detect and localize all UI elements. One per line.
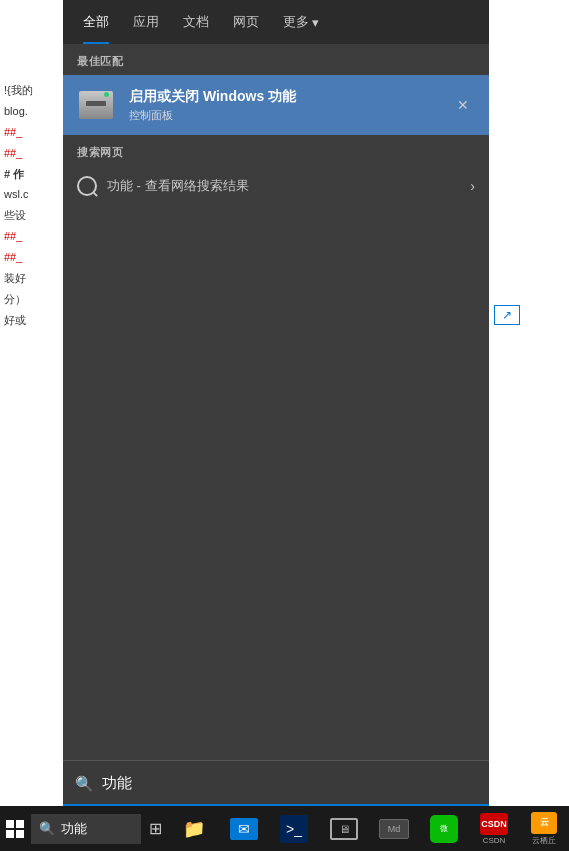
disk-light [104,92,109,97]
markdown-icon: Md [379,819,409,839]
chevron-down-icon: ▾ [312,15,319,30]
search-input-text[interactable]: 功能 [102,774,132,793]
best-match-item[interactable]: 启用或关闭 Windows 功能 控制面板 ✕ [63,75,489,135]
taskbar-app-explorer[interactable]: 📁 [169,806,219,851]
tab-web[interactable]: 网页 [221,0,271,44]
csdn-container: CSDN CSDN [480,813,508,845]
taskbar: 🔍 功能 ⊞ 📁 ✉ >_ 🖥 Md [0,806,569,851]
search-web-text: 功能 - 查看网络搜索结果 [107,177,470,195]
taskbar-app-wechat[interactable]: 微 [419,806,469,851]
taskbar-app-markdown[interactable]: Md [369,806,419,851]
search-circle-icon [77,176,97,196]
tab-docs[interactable]: 文档 [171,0,221,44]
search-tabs-bar: 全部 应用 文档 网页 更多 ▾ [63,0,489,44]
best-match-label: 最佳匹配 [63,44,489,75]
windows-features-icon [77,85,117,125]
chevron-right-icon: › [470,178,475,194]
left-article-text: !{我的 blog. ##_ ##_ # 作 wsl.c 些设 ##_ ##_ … [0,0,63,331]
right-article-peek [489,0,569,762]
remote-desktop-icon: 🖥 [330,818,358,840]
disk-icon [79,87,115,123]
external-link-icon[interactable] [494,305,520,325]
taskbar-apps: 📁 ✉ >_ 🖥 Md [169,806,419,851]
yunqizhu-icon: 云 [531,812,557,834]
best-match-subtitle: 控制面板 [129,108,451,123]
taskbar-app-remote[interactable]: 🖥 [319,806,369,851]
windows-logo-icon [6,820,24,838]
taskbar-app-terminal[interactable]: >_ [269,806,319,851]
disk-slot [86,101,106,106]
task-view-button[interactable]: ⊞ [141,806,169,851]
tab-all[interactable]: 全部 [71,0,121,44]
search-web-label: 搜索网页 [63,135,489,166]
search-web-item[interactable]: 功能 - 查看网络搜索结果 › [63,166,489,206]
terminal-icon: >_ [280,815,308,843]
taskbar-app-mail[interactable]: ✉ [219,806,269,851]
wechat-icon: 微 [430,815,458,843]
left-article-peek: !{我的 blog. ##_ ##_ # 作 wsl.c 些设 ##_ ##_ … [0,0,63,762]
file-explorer-icon: 📁 [180,815,208,843]
mail-icon: ✉ [230,818,258,840]
yunqizhu-label: 云栖丘 [532,835,556,846]
search-input-icon: 🔍 [75,775,94,793]
tab-apps[interactable]: 应用 [121,0,171,44]
close-button[interactable]: ✕ [451,93,475,117]
start-button[interactable] [0,806,31,851]
task-view-icon: ⊞ [149,819,162,838]
csdn-icon: CSDN [480,813,508,835]
right-article-text [489,0,569,300]
best-match-title: 启用或关闭 Windows 功能 [129,88,451,106]
taskbar-app-yunqizhu[interactable]: 云 云栖丘 [519,806,569,851]
search-input-bar[interactable]: 🔍 功能 [63,760,489,806]
tab-more[interactable]: 更多 ▾ [271,0,331,44]
csdn-label: CSDN [483,836,506,845]
taskbar-right-apps: 微 CSDN CSDN 云 云栖丘 [419,806,569,851]
taskbar-app-csdn[interactable]: CSDN CSDN [469,806,519,851]
search-panel: 全部 应用 文档 网页 更多 ▾ 最佳匹配 [63,0,489,762]
taskbar-search-icon: 🔍 [39,821,55,836]
taskbar-search-text: 功能 [61,820,87,838]
panel-body: 最佳匹配 启用或关闭 Windows 功能 控制面板 ✕ 搜索网页 功能 - 查… [63,44,489,762]
yunqizhu-container: 云 云栖丘 [531,812,557,846]
taskbar-search-box[interactable]: 🔍 功能 [31,814,142,844]
best-match-text-block: 启用或关闭 Windows 功能 控制面板 [129,88,451,123]
